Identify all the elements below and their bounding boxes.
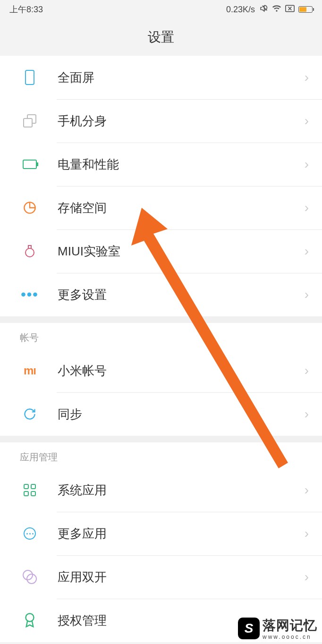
mute-icon [259, 4, 268, 16]
item-label: 全面屏 [58, 69, 305, 86]
section-accounts-header: 帐号 [0, 323, 322, 349]
chevron-right-icon: › [305, 244, 309, 259]
item-label: 应用双开 [58, 569, 305, 585]
watermark: S 落网记忆 www.oooc.cn [238, 617, 317, 640]
item-label: 手机分身 [58, 113, 305, 129]
dual-rect-icon [20, 111, 40, 131]
chevron-right-icon: › [305, 287, 309, 302]
chevron-right-icon: › [305, 363, 309, 378]
badge-icon [20, 610, 40, 630]
chevron-right-icon: › [305, 113, 309, 128]
lab-icon [20, 241, 40, 261]
chevron-right-icon: › [305, 70, 309, 85]
svg-point-2 [25, 248, 34, 257]
storage-icon [20, 198, 40, 218]
item-label: 存储空间 [58, 200, 305, 216]
chevron-right-icon: › [305, 526, 309, 541]
x-box-icon [285, 5, 295, 15]
item-mi-account[interactable]: mı 小米帐号 › [0, 349, 322, 392]
status-bar: 上午8:33 0.23K/s [0, 0, 322, 19]
page-title: 设置 [0, 19, 322, 56]
item-battery-perf[interactable]: 电量和性能 › [0, 143, 322, 186]
item-label: 更多应用 [58, 525, 305, 542]
chevron-right-icon: › [305, 483, 309, 498]
mi-logo-icon: mı [20, 361, 40, 381]
item-fullscreen[interactable]: 全面屏 › [0, 56, 322, 99]
item-label: 电量和性能 [58, 156, 305, 173]
item-sync[interactable]: 同步 › [0, 392, 322, 436]
battery-perf-icon [20, 154, 40, 174]
item-more-settings[interactable]: ••• 更多设置 › [0, 273, 322, 316]
more-icon: ••• [20, 285, 40, 305]
chevron-right-icon: › [305, 569, 309, 585]
item-label: MIUI实验室 [58, 243, 305, 260]
sync-icon [20, 404, 40, 424]
item-storage[interactable]: 存储空间 › [0, 186, 322, 229]
phone-icon [20, 68, 40, 87]
item-more-apps[interactable]: 更多应用 › [0, 512, 322, 555]
item-miui-lab[interactable]: MIUI实验室 › [0, 229, 322, 273]
item-label: 系统应用 [58, 482, 305, 499]
time-label: 上午8:33 [9, 4, 43, 15]
item-system-apps[interactable]: 系统应用 › [0, 468, 322, 512]
item-second-space[interactable]: 手机分身 › [0, 99, 322, 143]
watermark-title: 落网记忆 [263, 618, 317, 633]
section-apps-header: 应用管理 [0, 442, 322, 468]
net-speed: 0.23K/s [226, 5, 255, 15]
watermark-url: www.oooc.cn [263, 634, 317, 640]
apps-grid-icon [20, 480, 40, 500]
wifi-icon [272, 4, 281, 15]
battery-icon [298, 6, 313, 13]
svg-point-3 [26, 613, 34, 621]
more-apps-icon [20, 524, 40, 543]
chevron-right-icon: › [305, 200, 309, 215]
chevron-right-icon: › [305, 157, 309, 172]
chevron-right-icon: › [305, 407, 309, 422]
item-label: 更多设置 [58, 287, 305, 303]
dual-apps-icon [20, 567, 40, 587]
item-label: 小米帐号 [58, 363, 305, 379]
watermark-logo-icon: S [238, 618, 260, 639]
item-dual-apps[interactable]: 应用双开 › [0, 555, 322, 599]
item-label: 同步 [58, 406, 305, 423]
